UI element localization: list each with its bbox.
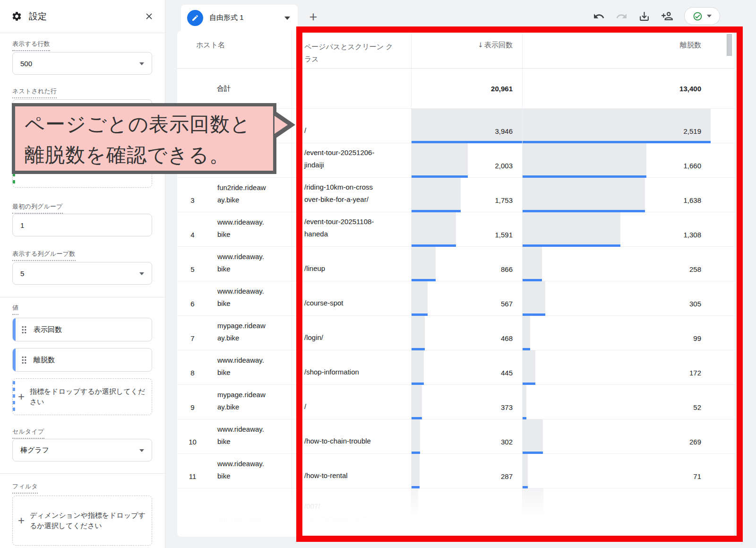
views-cell: 1,753 bbox=[411, 178, 522, 212]
total-path-cell bbox=[292, 69, 411, 108]
exits-value: 305 bbox=[689, 300, 701, 308]
column-header-host[interactable]: ホスト名 bbox=[177, 31, 292, 68]
views-value: 445 bbox=[501, 369, 513, 377]
table-row[interactable]: 3 fun2ride.rideaway.bike /riding-10km-on… bbox=[177, 178, 735, 212]
exits-value: 2,519 bbox=[683, 127, 701, 135]
views-value: 373 bbox=[501, 403, 513, 411]
table-row[interactable]: 4 www.rideaway.bike /event-tour-20251108… bbox=[177, 212, 735, 247]
views-bar bbox=[412, 350, 424, 384]
metric-chip-views[interactable]: 表示回数 bbox=[12, 318, 152, 341]
exits-cell: 305 bbox=[522, 281, 711, 315]
path-cell: / bbox=[292, 109, 411, 143]
views-bar-line bbox=[412, 348, 425, 350]
exits-cell: 71 bbox=[522, 454, 711, 488]
views-cell: 468 bbox=[411, 316, 522, 350]
tab-freeform-1[interactable]: 自由形式 1 bbox=[181, 5, 298, 31]
exits-bar bbox=[523, 178, 645, 212]
validation-status-button[interactable] bbox=[684, 7, 720, 25]
path-cell: /login/ bbox=[292, 316, 411, 350]
filter-dropzone[interactable]: + ディメンションや指標をドロップするか選択してください bbox=[12, 496, 152, 546]
exits-bar bbox=[523, 350, 535, 384]
annotation-callout: ページごとの表示回数と 離脱数を確認できる。 bbox=[12, 103, 276, 174]
close-icon[interactable] bbox=[144, 11, 154, 21]
views-bar bbox=[412, 316, 425, 350]
views-value: 866 bbox=[501, 265, 513, 273]
undo-icon[interactable] bbox=[593, 10, 605, 22]
metric-dropzone[interactable]: + 指標をドロップするか選択してください bbox=[12, 378, 152, 415]
person-add-icon[interactable] bbox=[661, 10, 673, 22]
drag-handle-icon bbox=[22, 356, 26, 364]
gear-icon bbox=[11, 11, 22, 22]
table-row[interactable]: 11 www.rideaway.bike /how-to-rental 287 … bbox=[177, 454, 735, 488]
views-bar-line bbox=[412, 244, 456, 247]
add-tab-button[interactable]: + bbox=[304, 8, 323, 26]
filter-label: フィルタ bbox=[12, 482, 38, 494]
download-icon[interactable] bbox=[638, 10, 650, 22]
exits-bar bbox=[523, 109, 711, 143]
table-row[interactable]: 9 mypage.rideaway.bike / 373 52 bbox=[177, 385, 735, 419]
total-exits: 13,400 bbox=[522, 69, 711, 108]
column-header-views[interactable]: ↓表示回数 bbox=[411, 31, 522, 68]
rows-per-page-label: 表示する行数 bbox=[12, 40, 50, 51]
table-row[interactable]: 10 www.rideaway.bike /how-to-chain-troub… bbox=[177, 419, 735, 454]
rows-per-page-select[interactable]: 500 bbox=[12, 52, 152, 75]
table-row[interactable]: 6 www.rideaway.bike /course-spot 567 305 bbox=[177, 281, 735, 316]
vertical-scrollbar[interactable] bbox=[727, 34, 732, 56]
exits-value: 99 bbox=[693, 334, 701, 342]
column-header-path[interactable]: ページパスとスクリーン クラス bbox=[292, 31, 411, 68]
host-cell: www.rideaway.bike bbox=[208, 350, 292, 384]
exits-bar bbox=[523, 419, 543, 453]
views-value: 1,591 bbox=[495, 231, 513, 239]
views-value: 3,946 bbox=[495, 127, 513, 135]
views-bar-line bbox=[412, 452, 420, 454]
metric-chip-label: 離脱数 bbox=[34, 356, 55, 365]
first-column-group-input[interactable]: 1 bbox=[12, 214, 152, 236]
exits-bar-line bbox=[523, 452, 543, 454]
cell-type-value: 棒グラフ bbox=[20, 446, 49, 455]
views-value: 567 bbox=[501, 300, 513, 308]
exits-cell: 1,638 bbox=[522, 178, 711, 212]
column-groups-shown-select[interactable]: 5 bbox=[12, 262, 152, 285]
views-bar bbox=[412, 419, 420, 453]
table-row[interactable]: 7 mypage.rideaway.bike /login/ 468 99 bbox=[177, 316, 735, 350]
nested-rows-label: ネストされた行 bbox=[12, 87, 57, 98]
path-cell: /event-tour-20251108-haneda bbox=[292, 212, 411, 246]
table-header: ホスト名 ページパスとスクリーン クラス ↓表示回数 離脱数 bbox=[177, 31, 735, 69]
path-cell: / bbox=[292, 385, 411, 419]
views-bar-line bbox=[412, 313, 428, 316]
row-number: 7 bbox=[177, 316, 208, 350]
table-row[interactable]: 8 www.rideaway.bike /shop-information 44… bbox=[177, 350, 735, 385]
views-bar-line bbox=[412, 279, 436, 281]
metric-dropzone-hint: 指標をドロップするか選択してください bbox=[30, 386, 146, 408]
views-bar bbox=[412, 247, 436, 281]
plus-icon: + bbox=[18, 388, 25, 405]
views-value: 1,753 bbox=[495, 196, 513, 204]
rows-per-page-value: 500 bbox=[20, 60, 32, 68]
column-header-exits[interactable]: 離脱数 bbox=[522, 31, 711, 68]
ga4-exploration-screen: { "colors": { "accent_blue": "#4285f4", … bbox=[0, 0, 756, 548]
exits-value: 269 bbox=[689, 438, 701, 446]
path-cell: /how-to-rental bbox=[292, 454, 411, 488]
column-groups-shown-label: 表示する列グループ数 bbox=[12, 250, 76, 261]
views-value: 2,003 bbox=[495, 162, 513, 170]
views-value: 287 bbox=[501, 472, 513, 480]
total-label: 合計 bbox=[177, 84, 292, 93]
callout-line-1: ページごとの表示回数と bbox=[25, 109, 273, 139]
exits-value: 1,638 bbox=[683, 196, 701, 204]
exits-cell: 99 bbox=[522, 316, 711, 350]
row-number: 3 bbox=[177, 178, 208, 212]
redo-icon[interactable] bbox=[616, 10, 627, 22]
path-cell: /how-to-chain-trouble bbox=[292, 419, 411, 453]
metric-chip-exits[interactable]: 離脱数 bbox=[12, 348, 152, 372]
exits-value: 1,308 bbox=[683, 231, 701, 239]
views-bar-line bbox=[412, 383, 424, 385]
exits-bar-line bbox=[523, 244, 620, 247]
cell-type-select[interactable]: 棒グラフ bbox=[12, 439, 152, 461]
host-cell: mypage.rideaway.bike bbox=[208, 385, 292, 419]
toolbar bbox=[593, 7, 720, 25]
views-cell: 567 bbox=[411, 281, 522, 315]
host-cell: www.rideaway.bike bbox=[208, 419, 292, 453]
row-number: 6 bbox=[177, 281, 208, 315]
views-cell: 1,591 bbox=[411, 212, 522, 246]
table-row[interactable]: 5 www.rideaway.bike /lineup 866 258 bbox=[177, 247, 735, 281]
